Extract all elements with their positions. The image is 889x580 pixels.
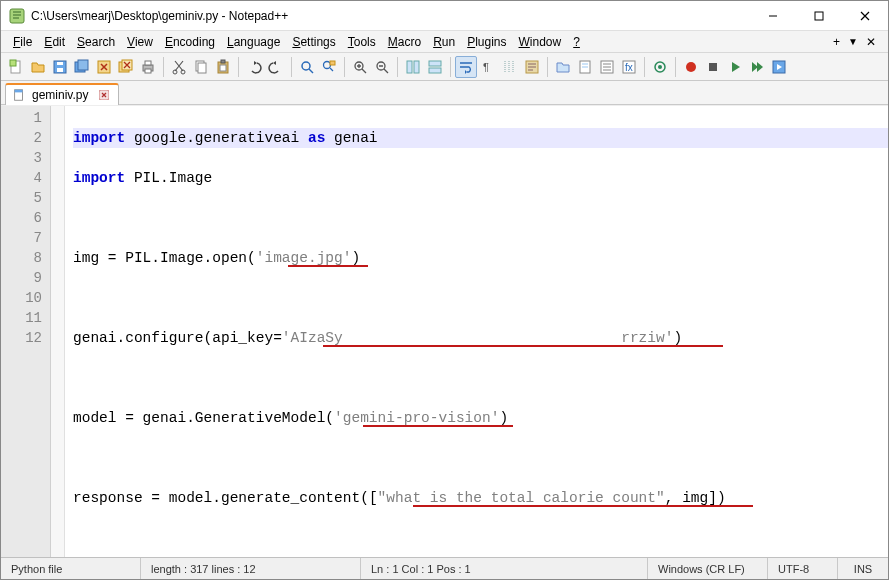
svg-rect-20: [221, 60, 225, 63]
copy-button[interactable]: [190, 56, 212, 78]
find-button[interactable]: [296, 56, 318, 78]
status-encoding[interactable]: UTF-8: [768, 558, 838, 579]
menubar-plus-button[interactable]: +: [833, 35, 840, 49]
print-button[interactable]: [137, 56, 159, 78]
menu-file[interactable]: File: [7, 33, 38, 51]
zoom-in-button[interactable]: [349, 56, 371, 78]
menu-macro[interactable]: Macro: [382, 33, 427, 51]
titlebar: C:\Users\mearj\Desktop\geminiv.py - Note…: [1, 1, 888, 31]
redo-button[interactable]: [265, 56, 287, 78]
file-tab[interactable]: geminiv.py: [5, 83, 119, 105]
maximize-button[interactable]: [796, 1, 842, 31]
toolbar: ¶ fx: [1, 53, 888, 81]
sync-v-button[interactable]: [402, 56, 424, 78]
svg-rect-1: [815, 12, 823, 20]
close-file-button[interactable]: [93, 56, 115, 78]
undo-button[interactable]: [243, 56, 265, 78]
lang-udl-button[interactable]: [521, 56, 543, 78]
menu-run[interactable]: Run: [427, 33, 461, 51]
svg-rect-8: [78, 60, 88, 70]
replace-button[interactable]: [318, 56, 340, 78]
svg-rect-0: [10, 9, 24, 23]
cut-button[interactable]: [168, 56, 190, 78]
open-file-button[interactable]: [27, 56, 49, 78]
svg-rect-3: [10, 60, 16, 66]
svg-rect-29: [429, 61, 441, 66]
menu-plugins[interactable]: Plugins: [461, 33, 512, 51]
status-insert-mode[interactable]: INS: [838, 558, 888, 579]
menu-settings[interactable]: Settings: [286, 33, 341, 51]
tabbar: geminiv.py: [1, 81, 888, 105]
svg-rect-13: [145, 61, 151, 65]
new-file-button[interactable]: [5, 56, 27, 78]
app-window: C:\Users\mearj\Desktop\geminiv.py - Note…: [0, 0, 889, 580]
play-macro-button[interactable]: [724, 56, 746, 78]
svg-point-40: [658, 65, 662, 69]
menu-search[interactable]: Search: [71, 33, 121, 51]
monitor-button[interactable]: [649, 56, 671, 78]
stop-macro-button[interactable]: [702, 56, 724, 78]
zoom-out-button[interactable]: [371, 56, 393, 78]
svg-text:fx: fx: [625, 62, 633, 73]
editor: 123456789101112 import google.generative…: [1, 105, 888, 557]
show-all-chars-button[interactable]: ¶: [477, 56, 499, 78]
svg-rect-34: [582, 63, 588, 65]
fold-margin: [51, 106, 65, 557]
menubar: File Edit Search View Encoding Language …: [1, 31, 888, 53]
doc-list-button[interactable]: [596, 56, 618, 78]
svg-rect-35: [582, 66, 588, 68]
menubar-dropdown-button[interactable]: ▼: [848, 36, 858, 47]
save-button[interactable]: [49, 56, 71, 78]
record-macro-button[interactable]: [680, 56, 702, 78]
svg-rect-14: [145, 69, 151, 73]
status-eol[interactable]: Windows (CR LF): [648, 558, 768, 579]
svg-rect-30: [429, 68, 441, 73]
menu-help[interactable]: ?: [567, 33, 586, 51]
menu-language[interactable]: Language: [221, 33, 286, 51]
tab-filename: geminiv.py: [32, 88, 88, 102]
wordwrap-button[interactable]: [455, 56, 477, 78]
svg-point-23: [324, 61, 331, 68]
line-gutter: 123456789101112: [1, 106, 51, 557]
menu-tools[interactable]: Tools: [342, 33, 382, 51]
indent-guide-button[interactable]: [499, 56, 521, 78]
svg-rect-42: [709, 63, 717, 71]
svg-rect-5: [57, 68, 63, 72]
sync-h-button[interactable]: [424, 56, 446, 78]
window-title: C:\Users\mearj\Desktop\geminiv.py - Note…: [31, 9, 288, 23]
svg-point-22: [302, 62, 310, 70]
svg-rect-45: [15, 90, 23, 93]
svg-rect-24: [330, 61, 335, 65]
code-area[interactable]: import google.generativeai as genai impo…: [65, 106, 888, 557]
menu-view[interactable]: View: [121, 33, 159, 51]
menu-edit[interactable]: Edit: [38, 33, 71, 51]
status-language: Python file: [1, 558, 141, 579]
minimize-button[interactable]: [750, 1, 796, 31]
svg-text:¶: ¶: [483, 61, 489, 73]
statusbar: Python file length : 317 lines : 12 Ln :…: [1, 557, 888, 579]
play-multi-button[interactable]: [746, 56, 768, 78]
menubar-close-button[interactable]: ✕: [866, 35, 876, 49]
close-button[interactable]: [842, 1, 888, 31]
doc-map-button[interactable]: [574, 56, 596, 78]
menu-window[interactable]: Window: [513, 33, 568, 51]
close-all-button[interactable]: [115, 56, 137, 78]
file-icon: [12, 88, 26, 102]
svg-rect-27: [407, 61, 412, 73]
svg-rect-21: [220, 65, 226, 71]
svg-rect-18: [198, 63, 206, 73]
menu-encoding[interactable]: Encoding: [159, 33, 221, 51]
folder-as-ws-button[interactable]: [552, 56, 574, 78]
save-macro-button[interactable]: [768, 56, 790, 78]
status-length: length : 317 lines : 12: [141, 558, 361, 579]
status-position: Ln : 1 Col : 1 Pos : 1: [361, 558, 648, 579]
func-list-button[interactable]: fx: [618, 56, 640, 78]
svg-rect-28: [414, 61, 419, 73]
save-all-button[interactable]: [71, 56, 93, 78]
svg-point-41: [686, 62, 696, 72]
paste-button[interactable]: [212, 56, 234, 78]
app-icon: [9, 8, 25, 24]
tab-close-button[interactable]: [98, 89, 110, 101]
svg-rect-6: [57, 62, 63, 65]
